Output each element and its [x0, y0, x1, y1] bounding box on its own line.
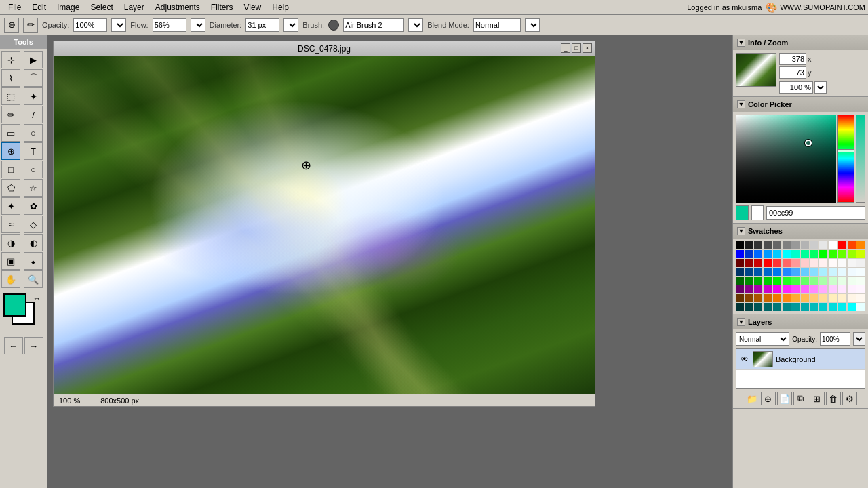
swatch-85[interactable]	[745, 294, 753, 302]
swatch-22[interactable]	[810, 250, 818, 258]
swatch-66[interactable]	[829, 277, 837, 285]
delete-layer-btn[interactable]: 🗑	[826, 392, 841, 405]
zoom-dropdown[interactable]: ▼	[814, 81, 827, 94]
swatch-37[interactable]	[819, 259, 827, 267]
opacity-select[interactable]: ▼	[111, 18, 126, 32]
info-zoom-header[interactable]: ▼ Info / Zoom	[733, 35, 868, 50]
swatch-79[interactable]	[819, 285, 827, 293]
swatch-5[interactable]	[783, 241, 791, 249]
swatch-12[interactable]	[848, 241, 856, 249]
tool-flower[interactable]: ✿	[24, 197, 43, 215]
swatch-45[interactable]	[764, 268, 772, 276]
merge-layers-btn[interactable]: ⊞	[810, 392, 825, 405]
swatch-65[interactable]	[819, 277, 827, 285]
swatch-101[interactable]	[764, 303, 772, 311]
menu-layer[interactable]: Layer	[119, 1, 150, 14]
tool-ellipse-shape[interactable]: ○	[24, 161, 43, 178]
tool-pencil[interactable]: /	[24, 106, 43, 123]
canvas-close-btn[interactable]: ×	[583, 43, 592, 53]
tool-paint-bucket[interactable]: ⬥	[24, 252, 43, 270]
swatch-64[interactable]	[810, 277, 818, 285]
swatch-3[interactable]	[764, 241, 772, 249]
swatch-86[interactable]	[754, 294, 762, 302]
flow-select[interactable]: ▼	[191, 18, 205, 32]
swatch-88[interactable]	[773, 294, 781, 302]
swatch-74[interactable]	[773, 285, 781, 293]
swatch-25[interactable]	[838, 250, 846, 258]
swatch-50[interactable]	[810, 268, 818, 276]
swatch-76[interactable]	[791, 285, 800, 293]
swatch-78[interactable]	[810, 285, 818, 293]
swatch-60[interactable]	[773, 277, 781, 285]
swatch-20[interactable]	[791, 250, 800, 258]
tool-zoom[interactable]: 🔍	[24, 270, 43, 288]
layer-row-background[interactable]: 👁 Background	[736, 349, 865, 370]
swatch-73[interactable]	[764, 285, 772, 293]
tool-sharpen[interactable]: ◇	[24, 216, 43, 233]
tool-eraser-round[interactable]: ○	[24, 124, 43, 142]
diameter-select[interactable]: ▼	[283, 18, 298, 32]
swatch-44[interactable]	[754, 268, 762, 276]
swatch-75[interactable]	[783, 285, 791, 293]
tool-text[interactable]: T	[24, 142, 43, 160]
menu-image[interactable]: Image	[52, 1, 85, 14]
swatch-72[interactable]	[754, 285, 762, 293]
swatch-90[interactable]	[791, 294, 800, 302]
swatch-15[interactable]	[745, 250, 753, 258]
swatch-49[interactable]	[801, 268, 809, 276]
tool-magic-wand[interactable]: ✦	[24, 87, 43, 105]
tool-smudge[interactable]: ≈	[1, 216, 20, 233]
swatch-100[interactable]	[754, 303, 762, 311]
swatch-24[interactable]	[829, 250, 837, 258]
swatch-110[interactable]	[848, 303, 856, 311]
swatch-33[interactable]	[783, 259, 791, 267]
swatch-54[interactable]	[848, 268, 856, 276]
swatch-7[interactable]	[801, 241, 809, 249]
swatch-83[interactable]	[856, 285, 865, 293]
swatch-82[interactable]	[848, 285, 856, 293]
menu-filters[interactable]: Filters	[205, 1, 239, 14]
swatch-107[interactable]	[819, 303, 827, 311]
info-zoom-collapse[interactable]: ▼	[737, 39, 745, 47]
swatch-94[interactable]	[829, 294, 837, 302]
swatch-17[interactable]	[764, 250, 772, 258]
layer-opacity-input[interactable]	[820, 332, 850, 346]
swatch-0[interactable]	[736, 241, 744, 249]
swatch-84[interactable]	[736, 294, 744, 302]
swatch-52[interactable]	[829, 268, 837, 276]
swatch-42[interactable]	[736, 268, 744, 276]
blend-mode-select[interactable]: ▼	[525, 18, 540, 32]
color-picker-header[interactable]: ▼ Color Picker	[733, 97, 868, 112]
swatch-21[interactable]	[801, 250, 809, 258]
add-adjustment-layer-btn[interactable]: ⊕	[761, 392, 776, 405]
color-gradient-field[interactable]	[736, 115, 836, 203]
duplicate-layer-btn[interactable]: ⧉	[793, 392, 808, 405]
swatch-47[interactable]	[783, 268, 791, 276]
tool-stamp[interactable]: ⊕	[1, 142, 20, 160]
swatch-108[interactable]	[829, 303, 837, 311]
swatch-10[interactable]	[829, 241, 837, 249]
tool-move[interactable]: ⊹	[1, 51, 20, 68]
layers-header[interactable]: ▼ Layers	[733, 314, 868, 329]
menu-adjustments[interactable]: Adjustments	[150, 1, 205, 14]
swatch-53[interactable]	[838, 268, 846, 276]
tool-brush[interactable]: ✏	[1, 106, 20, 123]
swatch-103[interactable]	[783, 303, 791, 311]
menu-view[interactable]: View	[238, 1, 267, 14]
opacity-strip[interactable]	[856, 115, 865, 203]
tool-dodge[interactable]: ◑	[1, 234, 20, 251]
swatch-16[interactable]	[754, 250, 762, 258]
tool-burn[interactable]: ◐	[24, 234, 43, 251]
swatch-67[interactable]	[838, 277, 846, 285]
swatch-56[interactable]	[736, 277, 744, 285]
swatch-46[interactable]	[773, 268, 781, 276]
swatch-61[interactable]	[783, 277, 791, 285]
swatch-26[interactable]	[848, 250, 856, 258]
layer-opacity-dropdown[interactable]: ▼	[853, 332, 865, 346]
blend-mode-input[interactable]	[473, 18, 521, 32]
tool-hand[interactable]: ✋	[1, 270, 20, 288]
swatch-29[interactable]	[745, 259, 753, 267]
swatches-header[interactable]: ▼ Swatches	[733, 224, 868, 239]
swatch-13[interactable]	[856, 241, 865, 249]
brush-input[interactable]	[343, 18, 404, 32]
